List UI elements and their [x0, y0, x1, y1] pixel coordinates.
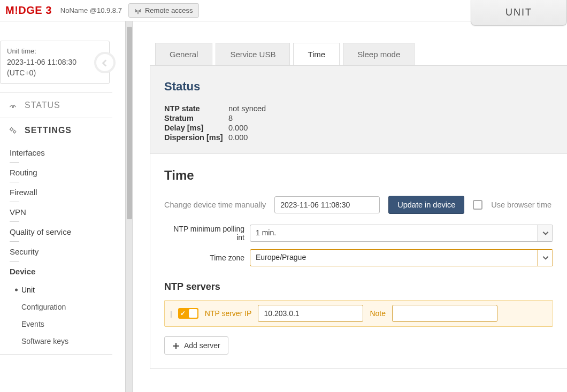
- update-in-device-button[interactable]: Update in device: [388, 196, 464, 214]
- tz-label: Time zone: [164, 253, 250, 262]
- status-heading: Status: [164, 80, 553, 94]
- nav-sub-software-keys[interactable]: Software keys: [12, 333, 112, 350]
- ntp-server-row: || ✓ NTP server IP Note: [164, 300, 553, 327]
- ntp-note-input[interactable]: [392, 305, 497, 322]
- unit-time-card: Unit time: 2023-11-06 11:08:30 (UTC+0): [0, 41, 110, 84]
- status-val: not synced: [228, 104, 266, 113]
- ntp-servers-heading: NTP servers: [164, 281, 553, 293]
- status-row: NTP state not synced: [164, 104, 553, 113]
- status-row: Stratum 8: [164, 114, 553, 122]
- nav-item-firewall[interactable]: Firewall: [0, 182, 112, 202]
- add-server-label: Add server: [184, 341, 220, 350]
- remote-access-label: Remote access: [145, 6, 193, 14]
- ntp-note-label: Note: [370, 309, 386, 318]
- status-val: 0.000: [228, 133, 248, 142]
- use-browser-time-checkbox[interactable]: [473, 200, 482, 210]
- chevron-left-icon: [100, 56, 110, 70]
- remote-access-button[interactable]: Remote access: [128, 3, 199, 17]
- time-settings-grid: NTP minimum polling int 1 min. Time zone…: [164, 225, 553, 266]
- gears-icon: [7, 126, 18, 135]
- nav-status[interactable]: STATUS: [0, 93, 112, 118]
- time-heading: Time: [164, 168, 553, 183]
- nav: STATUS SETTINGS Interfaces Routing Firew…: [0, 93, 112, 355]
- nav-device-sub: Unit Configuration Events Software keys: [0, 281, 112, 350]
- chevron-down-icon: [538, 250, 553, 266]
- main: General Service USB Time Sleep mode Stat…: [123, 21, 567, 392]
- tab-service-usb[interactable]: Service USB: [216, 43, 290, 65]
- use-browser-time-label: Use browser time: [491, 201, 551, 209]
- poll-value: 1 min.: [250, 225, 538, 241]
- nav-settings-items: Interfaces Routing Firewall VPN Quality …: [0, 143, 112, 354]
- logo: M!DGE 3: [5, 4, 52, 17]
- tab-sleep-mode[interactable]: Sleep mode: [343, 43, 415, 65]
- nav-settings[interactable]: SETTINGS: [0, 118, 112, 143]
- ntp-enable-toggle[interactable]: ✓: [178, 308, 198, 319]
- tz-select[interactable]: Europe/Prague: [250, 249, 553, 266]
- tabs: General Service USB Time Sleep mode: [155, 43, 567, 65]
- nav-sub-configuration[interactable]: Configuration: [12, 298, 112, 316]
- tz-value: Europe/Prague: [250, 250, 538, 266]
- status-key: Delay [ms]: [164, 124, 228, 132]
- status-row: Dispersion [ms] 0.000: [164, 133, 553, 142]
- chevron-down-icon: [538, 225, 553, 241]
- status-key: NTP state: [164, 104, 228, 113]
- nav-sub-unit[interactable]: Unit: [12, 281, 112, 298]
- antenna-icon: [134, 6, 142, 14]
- unit-time-tz: (UTC+0): [7, 67, 103, 78]
- ntp-ip-input[interactable]: [258, 305, 363, 322]
- nav-item-security[interactable]: Security: [0, 242, 112, 262]
- plus-icon: [172, 341, 180, 350]
- status-section: Status NTP state not synced Stratum 8 De…: [150, 66, 567, 154]
- poll-label: NTP minimum polling int: [164, 225, 250, 242]
- tab-time[interactable]: Time: [293, 43, 340, 65]
- toggle-knob: [189, 309, 197, 318]
- drag-handle-icon[interactable]: ||: [170, 310, 172, 318]
- collapse-sidebar-button[interactable]: [94, 52, 116, 73]
- manual-time-row: Change device time manually Update in de…: [164, 196, 553, 214]
- nav-item-interfaces[interactable]: Interfaces: [0, 143, 112, 163]
- panel: Status NTP state not synced Stratum 8 De…: [150, 65, 567, 369]
- nav-item-routing[interactable]: Routing: [0, 163, 112, 182]
- nav-item-vpn[interactable]: VPN: [0, 202, 112, 222]
- time-section: Time Change device time manually Update …: [150, 154, 567, 368]
- status-key: Dispersion [ms]: [164, 133, 228, 142]
- svg-point-4: [13, 131, 16, 133]
- unit-time-value: 2023-11-06 11:08:30: [7, 57, 103, 67]
- status-val: 0.000: [228, 124, 248, 132]
- sidebar: Unit time: 2023-11-06 11:08:30 (UTC+0) S…: [0, 21, 123, 392]
- check-icon: ✓: [180, 310, 186, 317]
- manual-time-label: Change device time manually: [164, 201, 266, 209]
- manual-time-input[interactable]: [274, 196, 380, 213]
- status-row: Delay [ms] 0.000: [164, 124, 553, 132]
- nav-item-qos[interactable]: Quality of service: [0, 222, 112, 242]
- ntp-ip-label: NTP server IP: [205, 309, 252, 318]
- nav-item-device[interactable]: Device: [0, 262, 112, 281]
- unit-time-label: Unit time:: [7, 47, 103, 57]
- poll-select[interactable]: 1 min.: [250, 225, 553, 242]
- nav-status-label: STATUS: [25, 101, 60, 110]
- header: M!DGE 3 NoName @10.9.8.7 Remote access U…: [0, 0, 567, 21]
- gauge-icon: [7, 101, 18, 110]
- nav-sub-events[interactable]: Events: [12, 316, 112, 333]
- svg-point-3: [10, 128, 13, 131]
- add-server-button[interactable]: Add server: [164, 336, 228, 355]
- nav-settings-label: SETTINGS: [25, 126, 72, 135]
- status-key: Stratum: [164, 114, 228, 122]
- tab-general[interactable]: General: [155, 43, 212, 65]
- status-val: 8: [228, 114, 233, 122]
- host-info: NoName @10.9.8.7: [60, 6, 122, 14]
